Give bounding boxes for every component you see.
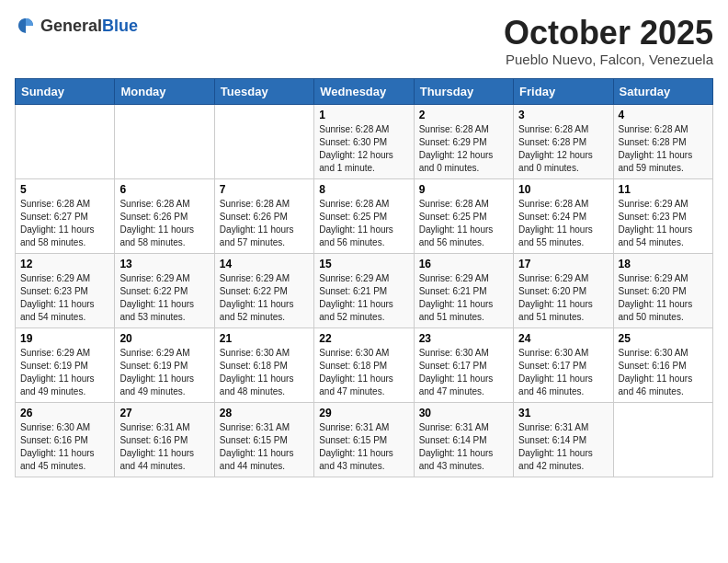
day-info: Sunrise: 6:28 AM Sunset: 6:29 PM Dayligh… (419, 123, 508, 175)
day-number: 1 (319, 109, 408, 121)
calendar-cell: 21Sunrise: 6:30 AM Sunset: 6:18 PM Dayli… (214, 327, 313, 402)
day-info: Sunrise: 6:28 AM Sunset: 6:25 PM Dayligh… (419, 198, 508, 249)
day-number: 19 (20, 332, 109, 345)
day-number: 8 (319, 183, 408, 196)
calendar-week-5: 26Sunrise: 6:30 AM Sunset: 6:16 PM Dayli… (16, 402, 713, 477)
day-info: Sunrise: 6:29 AM Sunset: 6:21 PM Dayligh… (319, 272, 408, 324)
day-number: 27 (119, 407, 209, 419)
day-info: Sunrise: 6:28 AM Sunset: 6:28 PM Dayligh… (619, 123, 708, 175)
day-info: Sunrise: 6:30 AM Sunset: 6:18 PM Dayligh… (319, 347, 408, 398)
day-info: Sunrise: 6:29 AM Sunset: 6:19 PM Dayligh… (119, 347, 209, 398)
logo-text: GeneralBlue (40, 17, 138, 36)
day-number: 13 (119, 258, 209, 270)
calendar-cell: 22Sunrise: 6:30 AM Sunset: 6:18 PM Dayli… (314, 327, 414, 402)
day-info: Sunrise: 6:30 AM Sunset: 6:17 PM Dayligh… (518, 347, 608, 398)
day-number: 18 (619, 258, 708, 270)
day-number: 12 (20, 258, 109, 270)
day-header-thursday: Thursday (414, 78, 513, 104)
day-number: 21 (220, 332, 309, 345)
calendar-cell: 15Sunrise: 6:29 AM Sunset: 6:21 PM Dayli… (314, 253, 414, 327)
day-info: Sunrise: 6:28 AM Sunset: 6:26 PM Dayligh… (119, 198, 209, 249)
day-info: Sunrise: 6:29 AM Sunset: 6:23 PM Dayligh… (20, 272, 109, 324)
day-header-sunday: Sunday (16, 78, 115, 104)
day-number: 16 (419, 258, 508, 270)
day-number: 10 (518, 183, 608, 196)
day-info: Sunrise: 6:31 AM Sunset: 6:16 PM Dayligh… (119, 421, 209, 473)
day-number: 3 (518, 109, 608, 121)
calendar-cell: 12Sunrise: 6:29 AM Sunset: 6:23 PM Dayli… (16, 253, 115, 327)
calendar-cell (214, 104, 313, 178)
calendar-cell (16, 104, 115, 178)
calendar-cell (613, 402, 712, 477)
day-number: 4 (619, 109, 708, 121)
day-number: 31 (518, 407, 608, 419)
day-info: Sunrise: 6:28 AM Sunset: 6:26 PM Dayligh… (220, 198, 309, 249)
day-info: Sunrise: 6:28 AM Sunset: 6:25 PM Dayligh… (319, 198, 408, 249)
title-block: October 2025 Pueblo Nuevo, Falcon, Venez… (504, 15, 713, 67)
calendar-week-2: 5Sunrise: 6:28 AM Sunset: 6:27 PM Daylig… (16, 178, 713, 253)
day-number: 24 (518, 332, 608, 345)
day-info: Sunrise: 6:29 AM Sunset: 6:20 PM Dayligh… (518, 272, 608, 324)
day-number: 23 (419, 332, 508, 345)
calendar-cell: 1Sunrise: 6:28 AM Sunset: 6:30 PM Daylig… (314, 104, 414, 178)
day-info: Sunrise: 6:29 AM Sunset: 6:22 PM Dayligh… (220, 272, 309, 324)
calendar-cell: 8Sunrise: 6:28 AM Sunset: 6:25 PM Daylig… (314, 178, 414, 253)
calendar-week-4: 19Sunrise: 6:29 AM Sunset: 6:19 PM Dayli… (16, 327, 713, 402)
calendar-cell: 23Sunrise: 6:30 AM Sunset: 6:17 PM Dayli… (414, 327, 513, 402)
calendar-cell: 19Sunrise: 6:29 AM Sunset: 6:19 PM Dayli… (16, 327, 115, 402)
calendar-cell: 25Sunrise: 6:30 AM Sunset: 6:16 PM Dayli… (613, 327, 712, 402)
day-info: Sunrise: 6:29 AM Sunset: 6:22 PM Dayligh… (119, 272, 209, 324)
day-header-saturday: Saturday (613, 78, 712, 104)
calendar-cell: 5Sunrise: 6:28 AM Sunset: 6:27 PM Daylig… (16, 178, 115, 253)
day-info: Sunrise: 6:28 AM Sunset: 6:30 PM Dayligh… (319, 123, 408, 175)
calendar-cell: 9Sunrise: 6:28 AM Sunset: 6:25 PM Daylig… (414, 178, 513, 253)
calendar-table: SundayMondayTuesdayWednesdayThursdayFrid… (15, 78, 713, 477)
day-number: 28 (220, 407, 309, 419)
calendar-cell: 2Sunrise: 6:28 AM Sunset: 6:29 PM Daylig… (414, 104, 513, 178)
calendar-cell: 30Sunrise: 6:31 AM Sunset: 6:14 PM Dayli… (414, 402, 513, 477)
day-number: 30 (419, 407, 508, 419)
day-number: 22 (319, 332, 408, 345)
day-info: Sunrise: 6:30 AM Sunset: 6:16 PM Dayligh… (20, 421, 109, 473)
calendar-week-1: 1Sunrise: 6:28 AM Sunset: 6:30 PM Daylig… (16, 104, 713, 178)
calendar-cell: 24Sunrise: 6:30 AM Sunset: 6:17 PM Dayli… (514, 327, 613, 402)
calendar-cell (115, 104, 214, 178)
day-number: 17 (518, 258, 608, 270)
day-number: 5 (20, 183, 109, 196)
calendar-cell: 31Sunrise: 6:31 AM Sunset: 6:14 PM Dayli… (514, 402, 613, 477)
day-number: 6 (119, 183, 209, 196)
calendar-header-row: SundayMondayTuesdayWednesdayThursdayFrid… (16, 78, 713, 104)
day-info: Sunrise: 6:31 AM Sunset: 6:15 PM Dayligh… (319, 421, 408, 473)
day-header-tuesday: Tuesday (214, 78, 313, 104)
calendar-cell: 17Sunrise: 6:29 AM Sunset: 6:20 PM Dayli… (514, 253, 613, 327)
day-info: Sunrise: 6:29 AM Sunset: 6:20 PM Dayligh… (619, 272, 708, 324)
day-info: Sunrise: 6:30 AM Sunset: 6:17 PM Dayligh… (419, 347, 508, 398)
day-info: Sunrise: 6:31 AM Sunset: 6:15 PM Dayligh… (220, 421, 309, 473)
day-info: Sunrise: 6:29 AM Sunset: 6:23 PM Dayligh… (619, 198, 708, 249)
day-info: Sunrise: 6:30 AM Sunset: 6:16 PM Dayligh… (619, 347, 708, 398)
calendar-cell: 20Sunrise: 6:29 AM Sunset: 6:19 PM Dayli… (115, 327, 214, 402)
day-number: 25 (619, 332, 708, 345)
day-info: Sunrise: 6:31 AM Sunset: 6:14 PM Dayligh… (518, 421, 608, 473)
calendar-cell: 28Sunrise: 6:31 AM Sunset: 6:15 PM Dayli… (214, 402, 313, 477)
day-info: Sunrise: 6:28 AM Sunset: 6:27 PM Dayligh… (20, 198, 109, 249)
calendar-cell: 6Sunrise: 6:28 AM Sunset: 6:26 PM Daylig… (115, 178, 214, 253)
day-header-monday: Monday (115, 78, 214, 104)
day-info: Sunrise: 6:29 AM Sunset: 6:21 PM Dayligh… (419, 272, 508, 324)
calendar-cell: 14Sunrise: 6:29 AM Sunset: 6:22 PM Dayli… (214, 253, 313, 327)
day-info: Sunrise: 6:31 AM Sunset: 6:14 PM Dayligh… (419, 421, 508, 473)
calendar-cell: 26Sunrise: 6:30 AM Sunset: 6:16 PM Dayli… (16, 402, 115, 477)
day-info: Sunrise: 6:29 AM Sunset: 6:19 PM Dayligh… (20, 347, 109, 398)
calendar-cell: 27Sunrise: 6:31 AM Sunset: 6:16 PM Dayli… (115, 402, 214, 477)
day-number: 29 (319, 407, 408, 419)
logo-blue: Blue (102, 17, 138, 35)
calendar-cell: 3Sunrise: 6:28 AM Sunset: 6:28 PM Daylig… (514, 104, 613, 178)
calendar-cell: 16Sunrise: 6:29 AM Sunset: 6:21 PM Dayli… (414, 253, 513, 327)
calendar-cell: 7Sunrise: 6:28 AM Sunset: 6:26 PM Daylig… (214, 178, 313, 253)
calendar-cell: 18Sunrise: 6:29 AM Sunset: 6:20 PM Dayli… (613, 253, 712, 327)
day-number: 9 (419, 183, 508, 196)
day-number: 26 (20, 407, 109, 419)
logo: GeneralBlue (15, 15, 138, 37)
calendar-cell: 4Sunrise: 6:28 AM Sunset: 6:28 PM Daylig… (613, 104, 712, 178)
calendar-cell: 11Sunrise: 6:29 AM Sunset: 6:23 PM Dayli… (613, 178, 712, 253)
